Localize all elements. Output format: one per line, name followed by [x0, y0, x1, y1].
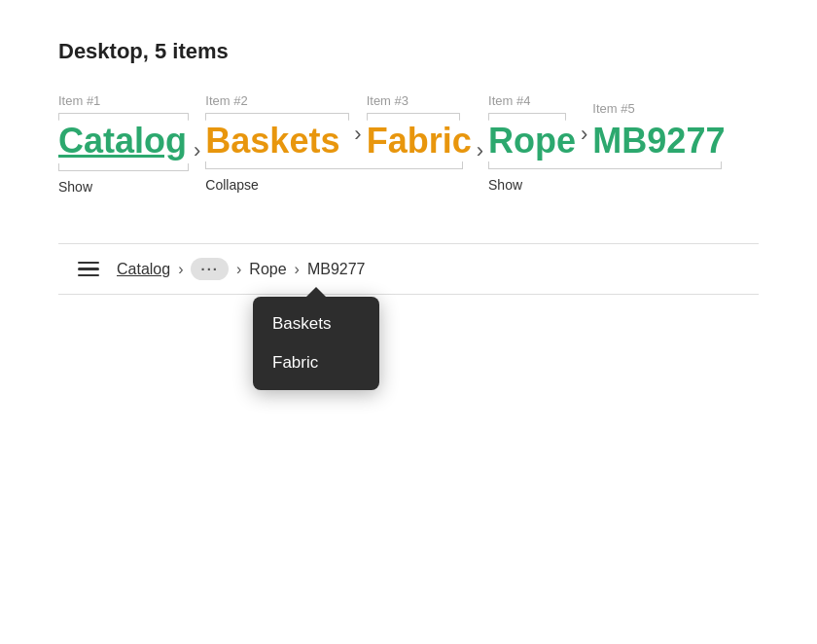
hamburger-line-2 [78, 268, 99, 270]
item-4-label: Item #4 [488, 93, 530, 108]
item-1-label: Item #1 [58, 93, 100, 108]
item-1-value[interactable]: Catalog [58, 121, 187, 161]
items-23-action[interactable]: Collapse [205, 177, 471, 193]
hamburger-line-1 [78, 262, 99, 265]
arrow-2: › [349, 122, 366, 147]
item-4-bracket-top [488, 113, 566, 121]
ellipsis-dropdown: Baskets Fabric [253, 297, 379, 390]
page-title: Desktop, 5 items [58, 39, 759, 64]
item-2-segment: Item #2 Baskets [205, 93, 349, 161]
item-3-label: Item #3 [367, 93, 408, 108]
breadcrumb-catalog[interactable]: Catalog [117, 261, 170, 278]
item-2-label: Item #2 [205, 93, 247, 108]
arrow-4: › [576, 122, 592, 147]
items-45-action[interactable]: Show [488, 177, 725, 193]
breadcrumb-chevron-3: › [295, 261, 300, 278]
item-5-value: MB9277 [592, 121, 725, 161]
hamburger-line-3 [78, 274, 99, 277]
hamburger-menu[interactable] [78, 262, 99, 277]
dropdown-item-baskets[interactable]: Baskets [253, 304, 379, 343]
breadcrumb-rope: Rope [249, 261, 286, 278]
breadcrumb-chevron-2: › [236, 261, 241, 278]
item-3-value[interactable]: Fabric [367, 121, 472, 161]
item-3-segment: Item #3 Fabric [367, 93, 472, 161]
items-45-group: Item #4 Rope › Item #5 MB9277 Show [488, 93, 725, 193]
items-23-group: Item #2 Baskets › Item #3 Fabric Collaps… [205, 93, 471, 193]
ellipsis-button[interactable]: ··· [191, 258, 229, 280]
item-1-segment: Item #1 Catalog Show [58, 93, 189, 195]
item-5-label: Item #5 [592, 101, 634, 116]
items-23-bracket-bottom [205, 161, 463, 169]
items-area: Item #1 Catalog Show › Item #2 Baskets ›… [58, 93, 759, 195]
item-1-action[interactable]: Show [58, 179, 92, 195]
breadcrumb-chevron-1: › [178, 261, 183, 278]
dropdown-item-fabric[interactable]: Fabric [253, 343, 379, 382]
item-1-bracket-bottom [58, 163, 189, 171]
items-45-top-row: Item #4 Rope › Item #5 MB9277 [488, 93, 725, 161]
arrow-1: › [189, 138, 205, 163]
item-5-segment: Item #5 MB9277 [592, 101, 725, 161]
item-2-bracket-top [205, 113, 349, 121]
items-45-bracket-bottom [488, 161, 722, 169]
breadcrumb-mb9277: MB9277 [307, 261, 366, 278]
main-container: Desktop, 5 items Item #1 Catalog Show › … [0, 0, 817, 334]
bottom-breadcrumb-bar: Catalog › ··· › Rope › MB9277 Baskets Fa… [58, 243, 759, 295]
item-2-value[interactable]: Baskets [205, 121, 339, 161]
arrow-3: › [472, 138, 488, 163]
item-4-segment: Item #4 Rope [488, 93, 576, 161]
items-23-top-row: Item #2 Baskets › Item #3 Fabric [205, 93, 471, 161]
item-3-bracket-top [367, 113, 460, 121]
item-4-value[interactable]: Rope [488, 121, 576, 161]
ellipsis-dots: ··· [200, 261, 219, 277]
item-1-bracket-top [58, 113, 189, 121]
